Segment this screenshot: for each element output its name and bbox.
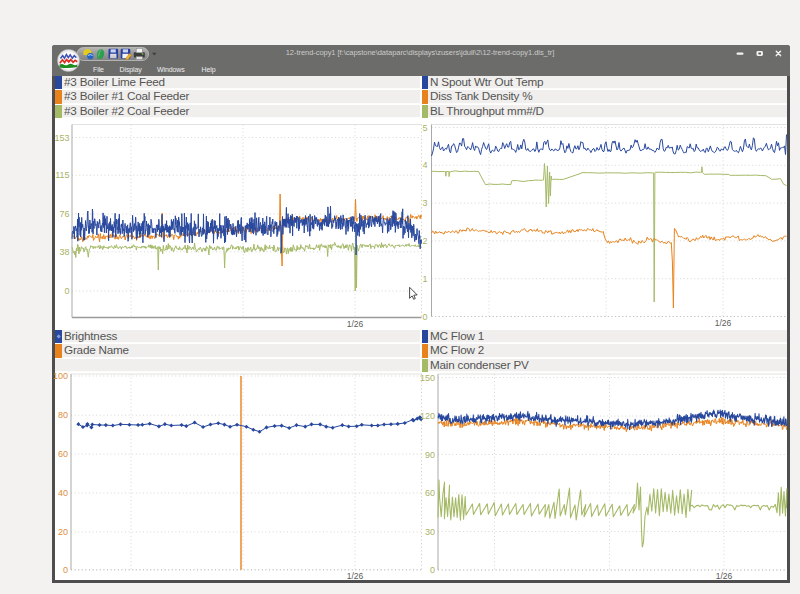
svg-text:1/26: 1/26 [347, 571, 364, 581]
svg-text:80: 80 [58, 410, 68, 420]
svg-text:100: 100 [53, 371, 68, 381]
svg-text:40: 40 [58, 488, 68, 498]
svg-text:3: 3 [422, 198, 427, 208]
svg-text:120: 120 [420, 411, 435, 421]
svg-text:1: 1 [422, 274, 427, 284]
svg-text:150: 150 [420, 373, 435, 383]
svg-text:60: 60 [425, 488, 435, 498]
svg-text:1/26: 1/26 [715, 318, 732, 328]
svg-text:1/26: 1/26 [347, 319, 364, 329]
svg-text:1/26: 1/26 [716, 571, 733, 581]
svg-text:0: 0 [63, 565, 68, 575]
svg-text:0: 0 [64, 286, 69, 296]
svg-text:60: 60 [58, 449, 68, 459]
svg-text:0: 0 [422, 312, 427, 322]
svg-text:0: 0 [430, 565, 435, 575]
svg-text:30: 30 [425, 527, 435, 537]
svg-text:2: 2 [422, 236, 427, 246]
svg-text:5: 5 [422, 123, 427, 133]
svg-text:115: 115 [55, 170, 69, 180]
svg-text:76: 76 [59, 209, 69, 219]
svg-text:4: 4 [422, 160, 427, 170]
svg-text:20: 20 [58, 527, 68, 537]
svg-text:38: 38 [59, 247, 69, 257]
svg-text:90: 90 [425, 450, 435, 460]
svg-text:153: 153 [54, 133, 69, 143]
